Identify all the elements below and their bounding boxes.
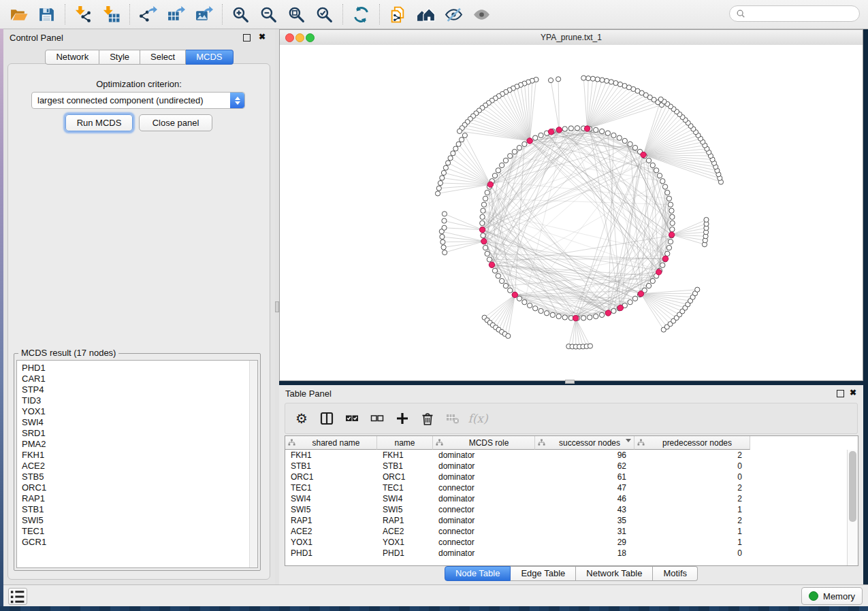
table-row[interactable]: RAP1RAP1dominator352 [285,515,848,526]
toolbar-separator [65,4,65,24]
folder-open-icon [10,5,28,24]
toolbar-folder-open-button[interactable] [7,4,29,24]
network-frame-titlebar[interactable]: YPA_prune.txt_1 [280,30,863,46]
table-scrollbar[interactable] [847,450,858,565]
toolbar-zoom-in-button[interactable] [229,4,251,24]
mcds-result-item[interactable]: ACE2 [22,461,249,472]
task-history-button[interactable] [8,588,27,605]
toolbar-duplicate-network-button[interactable] [387,4,408,24]
column-header-shared-name[interactable]: shared name [285,436,377,450]
tab-edge-table[interactable]: Edge Table [511,566,576,581]
tab-select[interactable]: Select [140,50,186,65]
cell-successor-nodes: 29 [535,537,634,548]
import-table-icon [102,5,120,24]
column-header-name[interactable]: name [377,436,433,450]
mcds-result-item[interactable]: TID3 [22,395,249,406]
tab-style[interactable]: Style [99,50,140,65]
mcds-list-scrollbar[interactable] [249,361,257,567]
list-icon [9,588,27,606]
table-row[interactable]: SWI5SWI5connector431 [285,504,848,515]
mcds-result-item[interactable]: STP4 [22,384,249,395]
table-row[interactable]: ORC1ORC1dominator610 [285,472,848,482]
select-all-icon[interactable] [343,410,361,427]
fx-icon: f(x) [469,410,487,427]
toolbar-export-image-button[interactable] [193,4,214,24]
toolbar-zoom-fit-button[interactable] [285,4,307,24]
cell-predecessor-nodes: 2 [634,515,750,526]
tab-mcds[interactable]: MCDS [186,50,233,65]
deselect-all-icon[interactable] [368,410,386,427]
tab-network-table[interactable]: Network Table [576,566,653,581]
mcds-result-item[interactable]: SRD1 [22,428,249,439]
toolbar-refresh-button[interactable] [350,4,372,24]
toolbar-floppy-save-button[interactable] [35,4,57,24]
cell-shared-name: SWI5 [285,504,377,515]
table-row[interactable]: PHD1PHD1dominator180 [285,548,848,559]
mcds-result-item[interactable]: FKH1 [22,450,249,461]
close-panel-icon[interactable]: ✖ [259,32,266,42]
table-row[interactable]: YOX1YOX1connector291 [285,537,848,548]
toolbar-import-network-button[interactable] [72,4,94,24]
cell-successor-nodes: 31 [535,526,634,537]
float-table-panel-icon[interactable] [837,390,844,397]
mcds-result-item[interactable]: GCR1 [22,537,249,548]
mcds-result-item[interactable]: TEC1 [22,526,249,537]
plus-icon[interactable] [393,410,411,427]
optimization-criterion-select[interactable]: largest connected component (undirected) [31,92,245,109]
mcds-result-item[interactable]: SWI5 [22,515,249,526]
table-row[interactable]: FKH1FKH1dominator962 [285,450,848,461]
mcds-result-item[interactable]: YOX1 [22,406,249,417]
search-input[interactable] [748,8,859,19]
table-row[interactable]: ACE2ACE2connector311 [285,526,848,537]
tab-motifs[interactable]: Motifs [653,566,698,581]
toolbar-export-network-button[interactable] [137,4,159,24]
cell-shared-name: YOX1 [285,537,377,548]
mcds-result-item[interactable]: SWI4 [22,417,249,428]
cell-successor-nodes: 43 [535,504,634,515]
toolbar-houses-button[interactable] [415,4,436,24]
column-header-mcds-role[interactable]: MCDS role [433,436,535,450]
tab-node-table[interactable]: Node Table [445,566,511,581]
toolbar-zoom-out-button[interactable] [257,4,279,24]
horizontal-splitter-handle[interactable] [565,380,575,384]
toolbar-zoom-selected-button[interactable] [313,4,335,24]
run-mcds-button[interactable]: Run MCDS [65,114,133,131]
mcds-result-group: MCDS result (17 nodes) PHD1CAR1STP4TID3Y… [14,353,261,571]
toolbar-export-table-button[interactable] [165,4,187,24]
mcds-result-item[interactable]: STB5 [22,472,249,482]
column-header-successor-nodes[interactable]: successor nodes [535,436,634,450]
memory-label: Memory [823,591,855,601]
toolbar-show-eye-button[interactable] [470,4,492,24]
mcds-result-item[interactable]: ORC1 [22,482,249,493]
mcds-result-item[interactable]: CAR1 [22,374,249,384]
mcds-tab-content: Optimization criterion: largest connecte… [7,63,270,580]
memory-button[interactable]: Memory [801,587,863,605]
toolbar-import-table-button[interactable] [100,4,122,24]
column-header-predecessor-nodes[interactable]: predecessor nodes [634,436,750,450]
trash-icon[interactable] [419,410,436,427]
mcds-result-item[interactable]: PMA2 [22,439,249,450]
cell-name: ACE2 [377,526,433,537]
import-network-icon [74,5,93,24]
table-row[interactable]: SWI4SWI4dominator462 [285,493,848,504]
mcds-result-item[interactable]: STB1 [22,504,249,515]
network-view-frame: YPA_prune.txt_1 [279,29,863,381]
close-panel-button[interactable]: Close panel [139,114,212,131]
table-scrollbar-thumb[interactable] [849,451,856,522]
export-network-icon [139,5,157,24]
float-panel-icon[interactable] [243,34,251,42]
network-canvas[interactable] [280,45,863,380]
table-row[interactable]: STB1STB1dominator620 [285,461,848,472]
search-box[interactable] [729,5,860,22]
refresh-icon [352,5,370,24]
table-row[interactable]: TEC1TEC1connector472 [285,482,848,493]
split-columns-icon[interactable] [318,410,336,427]
gear-icon[interactable]: ⚙ [293,410,310,427]
tab-network[interactable]: Network [45,50,99,65]
toolbar-separator [129,4,130,24]
close-table-panel-icon[interactable]: ✖ [850,388,856,397]
mcds-result-item[interactable]: RAP1 [22,493,249,504]
toolbar-hide-eye-button[interactable] [443,4,464,24]
mcds-result-item[interactable]: PHD1 [22,363,249,374]
table-panel-tabs: Node TableEdge TableNetwork TableMotifs [279,566,863,581]
